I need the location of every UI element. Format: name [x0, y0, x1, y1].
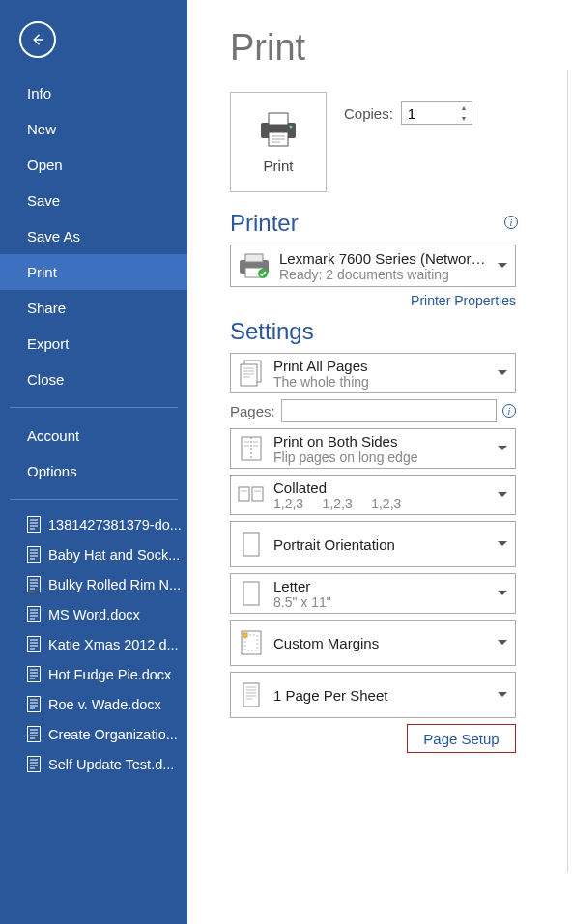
svg-rect-53 — [245, 254, 263, 262]
collate-icon — [237, 478, 266, 511]
print-sides-dropdown[interactable]: Print on Both Sides Flip pages on long e… — [230, 428, 516, 469]
recent-doc-label: Baby Hat and Sock... — [48, 547, 180, 563]
recent-doc-label: Bulky Rolled Rim N... — [48, 577, 181, 592]
nav-export[interactable]: Export — [0, 326, 187, 361]
pages-per-sheet-dropdown[interactable]: 1 Page Per Sheet — [230, 672, 516, 718]
document-icon — [27, 636, 41, 652]
copies-down-button[interactable]: ▼ — [456, 113, 472, 124]
recent-doc-label: Create Organizatio... — [48, 727, 178, 742]
chevron-down-icon — [498, 541, 507, 547]
recent-doc[interactable]: Create Organizatio... — [0, 719, 187, 749]
nav-print[interactable]: Print — [0, 254, 187, 290]
chevron-down-icon — [498, 446, 507, 451]
print-scope-dropdown[interactable]: Print All Pages The whole thing — [230, 353, 516, 393]
svg-rect-46 — [269, 113, 288, 125]
copies-label: Copies: — [344, 105, 393, 122]
document-icon — [27, 546, 41, 563]
document-icon — [27, 756, 41, 772]
printer-icon — [257, 111, 300, 148]
svg-rect-76 — [243, 633, 247, 637]
recent-doc[interactable]: MS Word.docx — [0, 599, 187, 629]
copies-spinner[interactable]: ▲ ▼ — [401, 101, 472, 125]
paper-title: Letter — [273, 578, 492, 594]
printer-section-header: Printer i — [230, 210, 572, 237]
paper-size-dropdown[interactable]: Letter 8.5" x 11" — [230, 573, 516, 614]
svg-rect-15 — [28, 607, 41, 622]
nav-account[interactable]: Account — [0, 418, 187, 453]
svg-rect-68 — [239, 487, 249, 501]
recent-doc[interactable]: Roe v. Wade.docx — [0, 689, 187, 719]
chevron-down-icon — [498, 492, 507, 498]
nav-separator — [10, 407, 178, 408]
print-button-label: Print — [264, 158, 294, 174]
recent-doc-label: Katie Xmas 2012.d... — [48, 637, 179, 652]
recent-doc[interactable]: Hot Fudge Pie.docx — [0, 659, 187, 689]
portrait-icon — [237, 528, 266, 561]
nav-options[interactable]: Options — [0, 453, 187, 489]
nav-info[interactable]: Info — [0, 75, 187, 111]
document-icon — [27, 666, 41, 682]
printer-properties-link[interactable]: Printer Properties — [411, 293, 516, 308]
orientation-dropdown[interactable]: Portrait Orientation — [230, 521, 516, 567]
recent-doc[interactable]: Bulky Rolled Rim N... — [0, 569, 187, 599]
sheet-icon — [237, 679, 266, 711]
printer-status: Ready: 2 documents waiting — [279, 267, 492, 282]
orientation-title: Portrait Orientation — [273, 536, 492, 553]
copies-up-button[interactable]: ▲ — [456, 102, 472, 113]
document-icon — [27, 516, 41, 533]
recent-doc-label: MS Word.docx — [48, 607, 140, 622]
chevron-down-icon — [498, 692, 507, 698]
svg-rect-40 — [28, 757, 41, 772]
page-setup-link[interactable]: Page Setup — [423, 731, 499, 747]
recent-doc[interactable]: Self Update Test.d... — [0, 749, 187, 779]
margins-title: Custom Margins — [273, 635, 492, 651]
chevron-down-icon — [498, 263, 507, 269]
document-icon — [27, 576, 41, 592]
nav-open[interactable]: Open — [0, 147, 187, 183]
print-sides-sub: Flip pages on long edge — [273, 449, 492, 465]
page-setup-highlight: Page Setup — [407, 724, 516, 753]
printer-dropdown[interactable]: Lexmark 7600 Series (Network)... Ready: … — [230, 245, 516, 287]
paper-sub: 8.5" x 11" — [273, 594, 492, 610]
chevron-down-icon — [498, 591, 507, 596]
margins-icon — [237, 626, 266, 659]
nav-separator — [10, 499, 178, 500]
nav-new[interactable]: New — [0, 111, 187, 147]
recent-doc[interactable]: 1381427381379-do... — [0, 509, 187, 539]
nav-share[interactable]: Share — [0, 290, 187, 326]
printer-info-icon[interactable]: i — [504, 216, 518, 229]
svg-point-48 — [290, 125, 293, 128]
printer-device-icon — [237, 248, 272, 283]
duplex-icon — [237, 432, 266, 465]
nav-save-as[interactable]: Save As — [0, 218, 187, 254]
recent-doc-label: Self Update Test.d... — [48, 757, 174, 772]
print-sides-title: Print on Both Sides — [273, 433, 492, 449]
collate-sub: 1,2,3 1,2,3 1,2,3 — [273, 496, 492, 511]
back-button[interactable] — [19, 21, 56, 58]
pages-info-icon[interactable]: i — [502, 404, 516, 418]
recent-doc-label: 1381427381379-do... — [48, 517, 182, 533]
collate-dropdown[interactable]: Collated 1,2,3 1,2,3 1,2,3 — [230, 475, 516, 515]
document-icon — [27, 726, 41, 742]
printer-name: Lexmark 7600 Series (Network)... — [279, 250, 492, 267]
chevron-down-icon — [498, 370, 507, 376]
settings-section-header: Settings — [230, 318, 572, 345]
divider — [567, 70, 568, 872]
print-scope-title: Print All Pages — [273, 358, 492, 374]
svg-rect-30 — [28, 697, 41, 712]
pages-label: Pages: — [230, 403, 275, 419]
recent-doc[interactable]: Katie Xmas 2012.d... — [0, 629, 187, 659]
copies-input[interactable] — [402, 105, 456, 122]
nav-close[interactable]: Close — [0, 361, 187, 397]
document-icon — [27, 696, 41, 712]
svg-rect-69 — [252, 487, 263, 501]
pages-input[interactable] — [281, 399, 497, 422]
recent-doc-label: Hot Fudge Pie.docx — [48, 667, 171, 682]
svg-rect-5 — [28, 547, 41, 563]
margins-dropdown[interactable]: Custom Margins — [230, 620, 516, 666]
chevron-down-icon — [498, 640, 507, 646]
recent-doc[interactable]: Baby Hat and Sock... — [0, 539, 187, 569]
nav-save[interactable]: Save — [0, 183, 187, 218]
svg-rect-10 — [28, 577, 41, 592]
print-button[interactable]: Print — [230, 92, 327, 192]
